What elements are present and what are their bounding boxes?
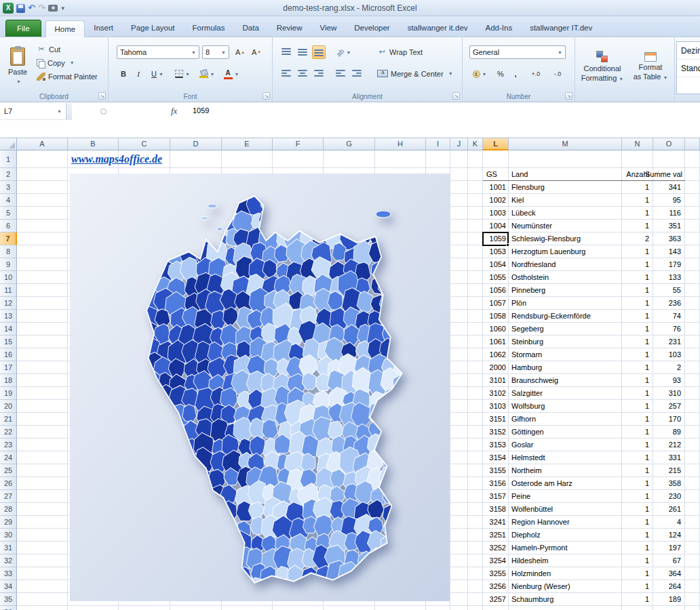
cell-anzahl[interactable]: 1 [622, 194, 649, 207]
cell-summe[interactable]: 264 [653, 580, 681, 593]
cell-gs[interactable]: 3157 [483, 490, 506, 503]
font-name-select[interactable]: Tahoma▼ [117, 45, 199, 59]
ribbon-tab-data[interactable]: Data [234, 20, 268, 37]
row-header-9[interactable]: 9 [0, 258, 17, 271]
cell-land[interactable]: Holzminden [511, 567, 619, 580]
cell-anzahl[interactable]: 1 [622, 567, 649, 580]
ribbon-tab-home[interactable]: Home [45, 20, 85, 37]
cell-anzahl[interactable]: 1 [622, 426, 649, 439]
cell-anzahl[interactable]: 2 [622, 232, 649, 245]
alignment-dialog-launcher-icon[interactable]: ↘ [452, 92, 460, 100]
column-header-O[interactable]: O [653, 138, 685, 150]
cell-gs[interactable]: 3156 [483, 477, 506, 490]
cell-anzahl[interactable]: 1 [622, 374, 649, 387]
copy-button[interactable]: Copy▼ [34, 56, 104, 69]
merge-center-button[interactable]: Merge & Center▼ [374, 67, 456, 80]
select-all-corner[interactable] [0, 138, 17, 150]
cell-summe[interactable]: 55 [653, 284, 681, 297]
paste-button[interactable]: Paste▼ [3, 41, 32, 92]
row-header-28[interactable]: 28 [0, 503, 17, 516]
align-middle-button[interactable] [296, 45, 309, 59]
cell-summe[interactable]: 331 [653, 451, 681, 464]
cell-anzahl[interactable]: 1 [622, 503, 649, 516]
cell-anzahl[interactable]: 1 [622, 336, 649, 348]
increase-indent-button[interactable] [350, 67, 364, 81]
cell-summe[interactable]: 2 [653, 361, 681, 374]
cell-summe[interactable]: 351 [653, 220, 681, 232]
table-header-land[interactable]: Land [511, 168, 619, 181]
name-box[interactable]: L7▼ [0, 103, 66, 120]
clipboard-dialog-launcher-icon[interactable]: ↘ [98, 92, 106, 100]
row-header-32[interactable]: 32 [0, 554, 17, 567]
cell-anzahl[interactable]: 1 [622, 516, 649, 529]
name-box-splitter[interactable] [66, 103, 72, 120]
cell-anzahl[interactable]: 1 [622, 348, 649, 361]
cell-land[interactable]: Ostholstein [511, 271, 619, 284]
cell-anzahl[interactable]: 1 [622, 490, 649, 503]
cell-summe[interactable]: 179 [653, 258, 681, 271]
row-header-8[interactable]: 8 [0, 245, 17, 258]
cell-land[interactable]: Braunschweig [511, 374, 619, 387]
column-header-D[interactable]: D [170, 138, 222, 150]
row-header-24[interactable]: 24 [0, 451, 17, 464]
cell-gs[interactable]: 1001 [483, 181, 506, 194]
cell-anzahl[interactable]: 1 [622, 451, 649, 464]
cell-land[interactable]: Lübeck [511, 207, 619, 220]
cell-gs[interactable]: 3254 [483, 554, 506, 567]
column-header-I[interactable]: I [426, 138, 450, 150]
row-header-15[interactable]: 15 [0, 336, 17, 348]
row-header-36[interactable]: 36 [0, 606, 17, 610]
cell-gs[interactable]: 3152 [483, 426, 506, 439]
undo-icon[interactable]: ↶ [28, 2, 35, 14]
column-header-overflow[interactable] [685, 138, 700, 150]
cell-gs[interactable]: 1062 [483, 348, 506, 361]
cell-anzahl[interactable]: 1 [622, 464, 649, 477]
cell-gs[interactable]: 3241 [483, 516, 506, 529]
cell-land[interactable]: Hamburg [511, 361, 619, 374]
row-header-5[interactable]: 5 [0, 207, 17, 220]
cell-anzahl[interactable]: 1 [622, 258, 649, 271]
cell-land[interactable]: Region Hannover [511, 516, 619, 529]
ribbon-tab-file[interactable]: File [5, 20, 41, 37]
cell-summe[interactable]: 76 [653, 323, 681, 336]
cell-anzahl[interactable]: 1 [622, 323, 649, 336]
ribbon-tab-insert[interactable]: Insert [85, 20, 122, 37]
cell-land[interactable]: Plön [511, 297, 619, 310]
cell-land[interactable]: Osterode am Harz [511, 477, 619, 490]
cell-summe[interactable]: 358 [653, 477, 681, 490]
column-header-K[interactable]: K [468, 138, 483, 150]
insert-function-icon[interactable]: fx [171, 106, 177, 117]
cell-gs[interactable]: 3257 [483, 593, 506, 606]
cell-anzahl[interactable]: 1 [622, 580, 649, 593]
format-as-table-button[interactable]: Format as Table▼ [629, 41, 672, 93]
cell-gs[interactable]: 3101 [483, 374, 506, 387]
cell-summe[interactable]: 124 [653, 529, 681, 542]
row-header-7[interactable]: 7 [0, 232, 17, 245]
cell-gs[interactable]: 1055 [483, 271, 506, 284]
cell-land[interactable]: Peine [511, 490, 619, 503]
cell-land[interactable]: Northeim [511, 464, 619, 477]
cell-anzahl[interactable]: 1 [622, 593, 649, 606]
cell-summe[interactable]: 67 [653, 554, 681, 567]
cell-summe[interactable]: 103 [653, 348, 681, 361]
row-header-34[interactable]: 34 [0, 580, 17, 593]
cell-summe[interactable]: 116 [653, 207, 681, 220]
cell-land[interactable]: Helmstedt [511, 451, 619, 464]
cell-gs[interactable]: 1060 [483, 323, 506, 336]
cell-gs[interactable]: 3153 [483, 439, 506, 451]
cell-anzahl[interactable]: 1 [622, 220, 649, 232]
cell-gs[interactable]: 3251 [483, 529, 506, 542]
cell-gs[interactable]: 1056 [483, 284, 506, 297]
row-header-10[interactable]: 10 [0, 271, 17, 284]
cell-land[interactable]: Schaumburg [511, 593, 619, 606]
cell-summe[interactable]: 93 [653, 374, 681, 387]
cell-land[interactable]: Flensburg [511, 181, 619, 194]
borders-button[interactable]: ▼ [172, 67, 193, 81]
cell-gs[interactable]: 1057 [483, 297, 506, 310]
cell-style-item-standard[interactable]: Stand [677, 60, 700, 77]
cell-land[interactable]: Rendsburg-Eckernförde [511, 310, 619, 323]
row-header-29[interactable]: 29 [0, 516, 17, 529]
cell-gs[interactable]: 1053 [483, 245, 506, 258]
font-size-select[interactable]: 8▼ [202, 45, 229, 59]
row-header-30[interactable]: 30 [0, 529, 17, 542]
